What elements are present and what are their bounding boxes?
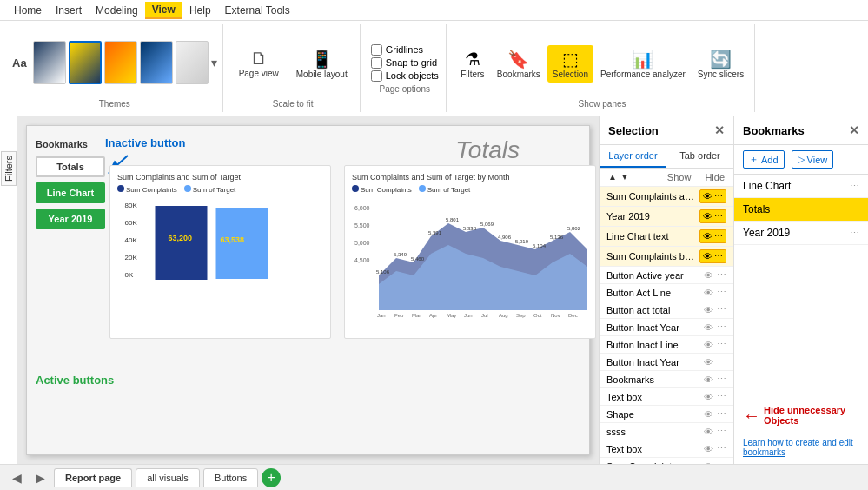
menu-modeling[interactable]: Modeling [89, 3, 145, 18]
list-item[interactable]: Button Act Line 👁 ⋯ [600, 284, 733, 301]
list-item[interactable]: Text box 👁 ⋯ [600, 388, 733, 406]
bookmark-year2019[interactable]: Year 2019 ⋯ [734, 222, 868, 245]
highlight-box: 👁 ⋯ [699, 209, 726, 223]
lock-row: Lock objects [371, 70, 439, 83]
item-more-btn[interactable]: ⋯ [717, 391, 726, 402]
snap-checkbox[interactable] [371, 57, 382, 69]
layer-order-tab[interactable]: Layer order [600, 145, 666, 168]
item-more-btn[interactable]: ⋯ [717, 426, 726, 437]
perf-btn[interactable]: 📊 Performance analyzer [595, 45, 691, 83]
svg-text:80K: 80K [125, 202, 138, 209]
sort-up[interactable]: ▲ [608, 172, 617, 182]
year2019-btn[interactable]: Year 2019 [36, 209, 105, 229]
list-item[interactable]: Bookmarks 👁 ⋯ [600, 371, 733, 388]
list-item[interactable]: Button Active year 👁 ⋯ [600, 267, 733, 284]
svg-text:Feb: Feb [394, 313, 404, 318]
svg-text:4,500: 4,500 [354, 257, 370, 263]
item-more-btn[interactable]: ⋯ [717, 304, 726, 315]
selection-pane-btn[interactable]: ⬚ Selection [547, 45, 593, 83]
list-item[interactable]: Button act total 👁 ⋯ [600, 301, 733, 319]
eye-icon: 👁 [704, 288, 713, 298]
theme-1[interactable] [33, 41, 66, 84]
bookmark-totals[interactable]: Totals ⋯ [734, 198, 868, 222]
menu-insert[interactable]: Insert [49, 3, 89, 18]
tab-order-tab[interactable]: Tab order [666, 145, 733, 168]
eye-icon: 👁 [704, 357, 713, 368]
next-page-btn[interactable]: ▶ [30, 469, 50, 487]
menu-home[interactable]: Home [7, 3, 49, 18]
item-more-btn[interactable]: ⋯ [717, 339, 726, 350]
menu-external-tools[interactable]: External Tools [218, 3, 297, 18]
prev-page-btn[interactable]: ◀ [7, 469, 27, 487]
list-item[interactable]: Button Inact Year 👁 ⋯ [600, 319, 733, 336]
item-more-btn[interactable]: ⋯ [717, 443, 726, 454]
active-buttons-label: Active buttons [36, 374, 114, 387]
themes-more[interactable]: ▾ [211, 56, 217, 70]
item-more-btn[interactable]: ⋯ [717, 321, 726, 333]
bookmarks-pane-btn[interactable]: 🔖 Bookmarks [492, 45, 546, 83]
highlight-box: 👁 ⋯ [699, 229, 726, 243]
view-icon: ▷ [798, 154, 805, 165]
eye-icon: 👁 [704, 427, 713, 437]
totals-btn[interactable]: Totals [36, 156, 105, 177]
list-item[interactable]: Sum Complaints an... 👁 ⋯ [600, 187, 733, 207]
theme-4[interactable] [140, 41, 173, 84]
page-view-icon: 🗋 [250, 49, 268, 69]
theme-3[interactable] [104, 41, 137, 84]
line-chart-btn[interactable]: Line Chart [36, 182, 105, 203]
svg-text:5,391: 5,391 [428, 230, 442, 235]
item-name: Bookmarks [606, 374, 700, 385]
list-item[interactable]: Text box 👁 ⋯ [600, 440, 733, 458]
item-name: Button act total [606, 305, 700, 315]
theme-5[interactable] [176, 41, 209, 84]
page-view-btn[interactable]: 🗋 Page view [232, 45, 286, 82]
sync-btn[interactable]: 🔄 Sync slicers [692, 45, 749, 83]
selection-close-btn[interactable]: ✕ [714, 123, 725, 137]
filters-pane-btn[interactable]: ⚗ Filters [455, 45, 490, 83]
list-item[interactable]: Sum Complaints by... 👁 ⋯ [600, 247, 733, 267]
hide-label: Hide unnecessary Objects [764, 405, 859, 426]
tab-all-visuals[interactable]: all visuals [136, 468, 200, 487]
add-page-btn[interactable]: + [262, 468, 281, 487]
page-view-label: Page view [239, 69, 279, 78]
item-more-btn[interactable]: ⋯ [717, 408, 726, 420]
col-headers: ▲ ▼ Show Hide [600, 169, 733, 187]
item-more-btn[interactable]: ⋯ [717, 269, 726, 281]
item-more-btn[interactable]: ⋯ [717, 287, 726, 298]
mobile-layout-btn[interactable]: 📱 Mobile layout [289, 45, 354, 83]
list-item[interactable]: Sum Complaints an... 👁 ⋯ [600, 458, 733, 464]
bm-more-btn[interactable]: ⋯ [850, 228, 859, 239]
menu-help[interactable]: Help [182, 3, 218, 18]
item-more-btn[interactable]: ⋯ [717, 460, 726, 464]
theme-2[interactable] [69, 41, 102, 84]
menu-view[interactable]: View [145, 2, 182, 19]
list-item[interactable]: Line Chart text 👁 ⋯ [600, 227, 733, 247]
bookmark-line-chart[interactable]: Line Chart ⋯ [734, 175, 868, 198]
eye-on: 👁 [703, 251, 712, 262]
item-more-btn[interactable]: ⋯ [717, 356, 726, 368]
list-item[interactable]: Button Inact Line 👁 ⋯ [600, 336, 733, 354]
list-item[interactable]: Button Inact Year 👁 ⋯ [600, 354, 733, 371]
bm-more-btn[interactable]: ⋯ [850, 181, 859, 192]
list-item[interactable]: ssss 👁 ⋯ [600, 423, 733, 440]
item-name: ssss [606, 427, 700, 437]
eye-icon: 👁 [704, 409, 713, 420]
sort-down[interactable]: ▼ [620, 172, 629, 182]
learn-link[interactable]: Learn how to create and edit bookmarks [734, 431, 868, 464]
item-name: Shape [606, 409, 700, 420]
list-item[interactable]: Year 2019 👁 ⋯ [600, 207, 733, 227]
tab-report-page[interactable]: Report page [54, 468, 132, 487]
view-bookmark-btn[interactable]: ▷ View [792, 150, 834, 169]
gridlines-checkbox[interactable] [371, 44, 382, 56]
svg-text:5,460: 5,460 [411, 256, 425, 262]
item-more-btn[interactable]: ⋯ [717, 374, 726, 385]
list-item[interactable]: Shape 👁 ⋯ [600, 406, 733, 423]
bm-more-btn[interactable]: ⋯ [850, 204, 859, 215]
add-bookmark-btn[interactable]: ＋ Add [743, 150, 785, 169]
lock-checkbox[interactable] [371, 70, 382, 82]
filters-tab[interactable]: Filters [1, 151, 17, 186]
tab-buttons[interactable]: Buttons [203, 468, 258, 487]
svg-text:63,200: 63,200 [169, 234, 193, 242]
filters-label: Filters [461, 70, 484, 79]
bookmarks-close-btn[interactable]: ✕ [849, 123, 859, 137]
